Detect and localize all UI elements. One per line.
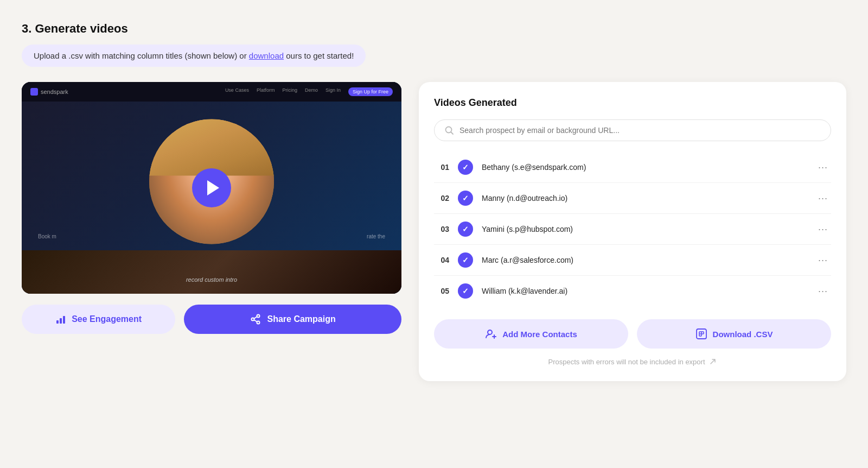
check-icon: ✓ [458, 252, 473, 268]
table-row: 01 ✓ Bethany (s.e@sendspark.com) ··· [434, 152, 831, 183]
disclaimer-text: Prospects with errors will not be includ… [548, 358, 705, 366]
download-csv-icon [695, 328, 707, 340]
sendspark-logo: sendspark [30, 88, 68, 96]
video-player[interactable]: sendspark Use Cases Platform Pricing Dem… [22, 82, 401, 294]
row-number: 01 [434, 163, 449, 172]
chart-icon [55, 314, 66, 325]
video-nav: Use Cases Platform Pricing Demo Sign In … [225, 87, 393, 96]
more-options-button[interactable]: ··· [815, 255, 831, 266]
video-topbar: sendspark Use Cases Platform Pricing Dem… [22, 82, 401, 102]
table-row: 03 ✓ Yamini (s.p@hubspot.com) ··· [434, 214, 831, 245]
check-icon: ✓ [458, 191, 473, 206]
play-button[interactable] [192, 168, 231, 207]
arrow-icon [709, 357, 717, 366]
see-engagement-label: See Engagement [72, 314, 142, 324]
info-banner: Upload a .csv with matching column title… [22, 45, 366, 67]
see-engagement-button[interactable]: See Engagement [22, 305, 175, 334]
video-caption: record custom intro [186, 276, 237, 283]
check-icon: ✓ [458, 222, 473, 237]
svg-point-10 [488, 330, 492, 334]
svg-line-9 [451, 132, 454, 135]
svg-point-5 [257, 321, 260, 324]
table-row: 02 ✓ Manny (n.d@outreach.io) ··· [434, 183, 831, 214]
svg-rect-1 [60, 318, 62, 324]
check-icon: ✓ [458, 283, 473, 299]
info-banner-text: Upload a .csv with matching column title… [34, 51, 249, 60]
video-bottom-strip: record custom intro [22, 250, 401, 294]
add-contacts-label: Add More Contacts [502, 330, 577, 339]
download-csv-label: Download .CSV [713, 330, 773, 339]
row-number: 05 [434, 287, 449, 295]
page-title: 3. Generate videos [22, 22, 846, 36]
row-number: 04 [434, 256, 449, 264]
svg-point-8 [446, 127, 452, 133]
disclaimer: Prospects with errors will not be includ… [434, 357, 831, 366]
add-contacts-icon [485, 328, 497, 340]
video-text-left: Book m [38, 233, 56, 239]
more-options-button[interactable]: ··· [815, 162, 831, 173]
row-number: 02 [434, 194, 449, 203]
svg-line-7 [254, 320, 258, 322]
table-row: 04 ✓ Marc (a.r@salesforce.com) ··· [434, 245, 831, 276]
right-panel: Videos Generated 01 ✓ Bethany (s.e@sends… [419, 82, 846, 381]
svg-rect-2 [63, 316, 65, 324]
share-campaign-label: Share Campaign [267, 314, 335, 324]
contact-name: Marc (a.r@salesforce.com) [482, 256, 806, 264]
search-bar[interactable] [434, 119, 831, 141]
contact-name: Yamini (s.p@hubspot.com) [482, 225, 806, 233]
info-banner-suffix: ours to get started! [284, 51, 354, 60]
check-icon: ✓ [458, 160, 473, 175]
add-contacts-button[interactable]: Add More Contacts [434, 319, 628, 349]
more-options-button[interactable]: ··· [815, 224, 831, 235]
bottom-actions: Add More Contacts Download .CSV [434, 319, 831, 349]
main-content: sendspark Use Cases Platform Pricing Dem… [22, 82, 846, 381]
search-icon [444, 125, 454, 135]
more-options-button[interactable]: ··· [815, 286, 831, 297]
more-options-button[interactable]: ··· [815, 193, 831, 204]
svg-line-6 [254, 317, 258, 319]
share-icon [250, 313, 261, 325]
contact-name: Manny (n.d@outreach.io) [482, 194, 806, 203]
table-row: 05 ✓ William (k.k@lavender.ai) ··· [434, 276, 831, 306]
play-icon [207, 180, 219, 195]
panel-title: Videos Generated [434, 97, 831, 109]
logo-icon [30, 88, 38, 96]
svg-point-3 [252, 318, 254, 321]
contact-name: Bethany (s.e@sendspark.com) [482, 163, 806, 172]
row-number: 03 [434, 225, 449, 233]
video-text-right: rate the [367, 233, 385, 239]
contact-list: 01 ✓ Bethany (s.e@sendspark.com) ··· 02 … [434, 152, 831, 306]
contact-name: William (k.k@lavender.ai) [482, 287, 806, 295]
svg-rect-0 [56, 320, 59, 324]
action-buttons: See Engagement Share Campaign [22, 305, 401, 334]
left-panel: sendspark Use Cases Platform Pricing Dem… [22, 82, 401, 334]
share-campaign-button[interactable]: Share Campaign [184, 305, 401, 334]
search-input[interactable] [459, 126, 821, 135]
download-link[interactable]: download [249, 51, 284, 60]
svg-point-4 [257, 315, 260, 318]
download-csv-button[interactable]: Download .CSV [637, 319, 831, 349]
